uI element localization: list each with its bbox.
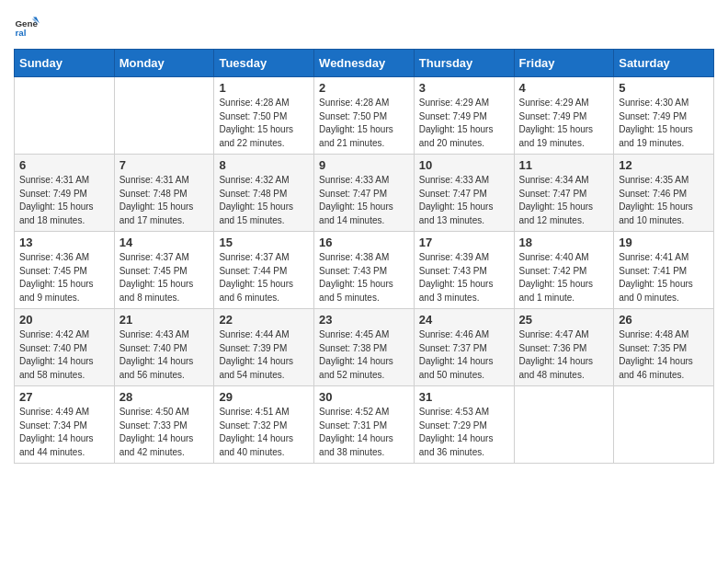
day-cell: 24Sunrise: 4:46 AM Sunset: 7:37 PM Dayli… bbox=[414, 309, 514, 386]
day-number: 23 bbox=[319, 313, 409, 327]
day-number: 1 bbox=[219, 81, 309, 95]
day-number: 14 bbox=[119, 236, 210, 249]
day-number: 29 bbox=[219, 390, 309, 404]
day-cell bbox=[114, 77, 214, 155]
day-detail: Sunrise: 4:48 AM Sunset: 7:35 PM Dayligh… bbox=[619, 328, 709, 382]
week-row-4: 20Sunrise: 4:42 AM Sunset: 7:40 PM Dayli… bbox=[15, 309, 714, 386]
weekday-header-sunday: Sunday bbox=[15, 50, 115, 77]
day-cell: 1Sunrise: 4:28 AM Sunset: 7:50 PM Daylig… bbox=[214, 77, 314, 155]
day-cell: 9Sunrise: 4:33 AM Sunset: 7:47 PM Daylig… bbox=[314, 155, 415, 232]
weekday-header-saturday: Saturday bbox=[614, 50, 714, 77]
day-cell bbox=[614, 386, 714, 464]
week-row-1: 1Sunrise: 4:28 AM Sunset: 7:50 PM Daylig… bbox=[15, 77, 714, 155]
week-row-2: 6Sunrise: 4:31 AM Sunset: 7:49 PM Daylig… bbox=[15, 155, 714, 232]
week-row-3: 13Sunrise: 4:36 AM Sunset: 7:45 PM Dayli… bbox=[15, 232, 714, 309]
day-cell: 25Sunrise: 4:47 AM Sunset: 7:36 PM Dayli… bbox=[514, 309, 614, 386]
weekday-header-friday: Friday bbox=[514, 50, 614, 77]
weekday-header-row: SundayMondayTuesdayWednesdayThursdayFrid… bbox=[15, 50, 714, 77]
day-detail: Sunrise: 4:29 AM Sunset: 7:49 PM Dayligh… bbox=[419, 97, 509, 150]
day-number: 19 bbox=[619, 236, 709, 249]
day-number: 10 bbox=[419, 158, 509, 172]
weekday-header-tuesday: Tuesday bbox=[214, 50, 314, 77]
day-cell: 7Sunrise: 4:31 AM Sunset: 7:48 PM Daylig… bbox=[114, 155, 214, 232]
day-cell: 5Sunrise: 4:30 AM Sunset: 7:49 PM Daylig… bbox=[614, 77, 714, 155]
day-number: 9 bbox=[319, 158, 409, 172]
day-detail: Sunrise: 4:43 AM Sunset: 7:40 PM Dayligh… bbox=[119, 328, 210, 382]
day-number: 24 bbox=[419, 313, 509, 327]
day-cell: 23Sunrise: 4:45 AM Sunset: 7:38 PM Dayli… bbox=[314, 309, 415, 386]
day-detail: Sunrise: 4:51 AM Sunset: 7:32 PM Dayligh… bbox=[219, 406, 309, 459]
day-cell: 26Sunrise: 4:48 AM Sunset: 7:35 PM Dayli… bbox=[614, 309, 714, 386]
day-number: 18 bbox=[519, 236, 609, 249]
day-cell: 14Sunrise: 4:37 AM Sunset: 7:45 PM Dayli… bbox=[114, 232, 214, 309]
day-cell: 2Sunrise: 4:28 AM Sunset: 7:50 PM Daylig… bbox=[314, 77, 415, 155]
day-cell: 13Sunrise: 4:36 AM Sunset: 7:45 PM Dayli… bbox=[15, 232, 115, 309]
day-detail: Sunrise: 4:37 AM Sunset: 7:45 PM Dayligh… bbox=[119, 251, 210, 304]
day-detail: Sunrise: 4:31 AM Sunset: 7:49 PM Dayligh… bbox=[19, 174, 109, 227]
day-number: 7 bbox=[119, 158, 210, 172]
day-detail: Sunrise: 4:52 AM Sunset: 7:31 PM Dayligh… bbox=[319, 406, 409, 459]
day-cell: 27Sunrise: 4:49 AM Sunset: 7:34 PM Dayli… bbox=[15, 386, 115, 464]
day-number: 25 bbox=[519, 313, 609, 327]
day-detail: Sunrise: 4:31 AM Sunset: 7:48 PM Dayligh… bbox=[119, 174, 210, 227]
day-detail: Sunrise: 4:34 AM Sunset: 7:47 PM Dayligh… bbox=[519, 174, 609, 227]
day-detail: Sunrise: 4:50 AM Sunset: 7:33 PM Dayligh… bbox=[119, 406, 210, 459]
day-number: 15 bbox=[219, 236, 309, 249]
day-number: 22 bbox=[219, 313, 309, 327]
day-number: 31 bbox=[419, 390, 509, 404]
day-cell: 8Sunrise: 4:32 AM Sunset: 7:48 PM Daylig… bbox=[214, 155, 314, 232]
day-cell: 29Sunrise: 4:51 AM Sunset: 7:32 PM Dayli… bbox=[214, 386, 314, 464]
logo: Gene ral bbox=[14, 14, 43, 40]
day-cell: 28Sunrise: 4:50 AM Sunset: 7:33 PM Dayli… bbox=[114, 386, 214, 464]
day-number: 26 bbox=[619, 313, 709, 327]
day-detail: Sunrise: 4:40 AM Sunset: 7:42 PM Dayligh… bbox=[519, 251, 609, 304]
day-detail: Sunrise: 4:29 AM Sunset: 7:49 PM Dayligh… bbox=[519, 97, 609, 150]
day-detail: Sunrise: 4:37 AM Sunset: 7:44 PM Dayligh… bbox=[219, 251, 309, 304]
day-number: 3 bbox=[419, 81, 509, 95]
day-cell: 16Sunrise: 4:38 AM Sunset: 7:43 PM Dayli… bbox=[314, 232, 415, 309]
day-number: 8 bbox=[219, 158, 309, 172]
day-detail: Sunrise: 4:33 AM Sunset: 7:47 PM Dayligh… bbox=[319, 174, 409, 227]
day-detail: Sunrise: 4:35 AM Sunset: 7:46 PM Dayligh… bbox=[619, 174, 709, 227]
day-cell: 21Sunrise: 4:43 AM Sunset: 7:40 PM Dayli… bbox=[114, 309, 214, 386]
day-detail: Sunrise: 4:47 AM Sunset: 7:36 PM Dayligh… bbox=[519, 328, 609, 382]
svg-text:ral: ral bbox=[15, 28, 26, 38]
day-number: 16 bbox=[319, 236, 409, 249]
day-cell: 6Sunrise: 4:31 AM Sunset: 7:49 PM Daylig… bbox=[15, 155, 115, 232]
day-number: 11 bbox=[519, 158, 609, 172]
day-detail: Sunrise: 4:46 AM Sunset: 7:37 PM Dayligh… bbox=[419, 328, 509, 382]
day-cell bbox=[514, 386, 614, 464]
day-number: 4 bbox=[519, 81, 609, 95]
day-cell: 18Sunrise: 4:40 AM Sunset: 7:42 PM Dayli… bbox=[514, 232, 614, 309]
day-cell: 4Sunrise: 4:29 AM Sunset: 7:49 PM Daylig… bbox=[514, 77, 614, 155]
day-number: 13 bbox=[19, 236, 109, 249]
day-detail: Sunrise: 4:42 AM Sunset: 7:40 PM Dayligh… bbox=[19, 328, 109, 382]
day-cell: 17Sunrise: 4:39 AM Sunset: 7:43 PM Dayli… bbox=[414, 232, 514, 309]
day-detail: Sunrise: 4:38 AM Sunset: 7:43 PM Dayligh… bbox=[319, 251, 409, 304]
day-cell: 3Sunrise: 4:29 AM Sunset: 7:49 PM Daylig… bbox=[414, 77, 514, 155]
day-detail: Sunrise: 4:32 AM Sunset: 7:48 PM Dayligh… bbox=[219, 174, 309, 227]
day-number: 27 bbox=[19, 390, 109, 404]
day-detail: Sunrise: 4:30 AM Sunset: 7:49 PM Dayligh… bbox=[619, 97, 709, 150]
weekday-header-wednesday: Wednesday bbox=[314, 50, 415, 77]
day-detail: Sunrise: 4:39 AM Sunset: 7:43 PM Dayligh… bbox=[419, 251, 509, 304]
day-detail: Sunrise: 4:36 AM Sunset: 7:45 PM Dayligh… bbox=[19, 251, 109, 304]
day-cell: 31Sunrise: 4:53 AM Sunset: 7:29 PM Dayli… bbox=[414, 386, 514, 464]
day-number: 6 bbox=[19, 158, 109, 172]
day-number: 20 bbox=[19, 313, 109, 327]
weekday-header-thursday: Thursday bbox=[414, 50, 514, 77]
day-cell: 30Sunrise: 4:52 AM Sunset: 7:31 PM Dayli… bbox=[314, 386, 415, 464]
day-number: 12 bbox=[619, 158, 709, 172]
day-cell: 20Sunrise: 4:42 AM Sunset: 7:40 PM Dayli… bbox=[15, 309, 115, 386]
day-number: 17 bbox=[419, 236, 509, 249]
day-cell: 19Sunrise: 4:41 AM Sunset: 7:41 PM Dayli… bbox=[614, 232, 714, 309]
day-detail: Sunrise: 4:33 AM Sunset: 7:47 PM Dayligh… bbox=[419, 174, 509, 227]
day-number: 28 bbox=[119, 390, 210, 404]
day-detail: Sunrise: 4:28 AM Sunset: 7:50 PM Dayligh… bbox=[219, 97, 309, 150]
day-cell: 15Sunrise: 4:37 AM Sunset: 7:44 PM Dayli… bbox=[214, 232, 314, 309]
day-number: 2 bbox=[319, 81, 409, 95]
day-number: 21 bbox=[119, 313, 210, 327]
day-cell: 12Sunrise: 4:35 AM Sunset: 7:46 PM Dayli… bbox=[614, 155, 714, 232]
day-cell: 10Sunrise: 4:33 AM Sunset: 7:47 PM Dayli… bbox=[414, 155, 514, 232]
logo-icon: Gene ral bbox=[14, 14, 40, 40]
